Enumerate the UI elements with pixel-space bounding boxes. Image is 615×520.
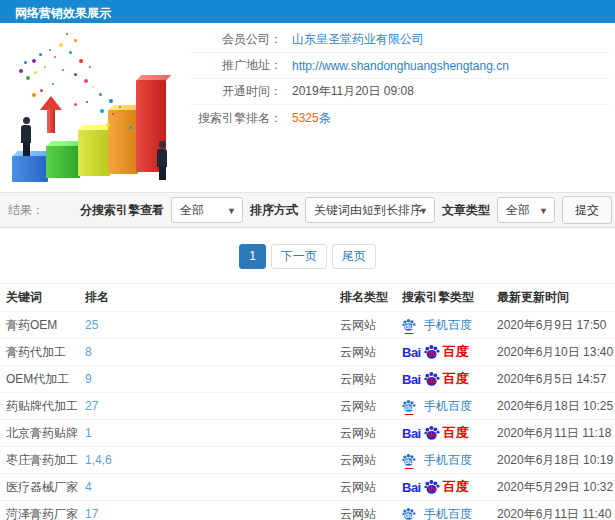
- page-button-current[interactable]: 1: [239, 244, 266, 269]
- mobile-baidu-label: 手机百度: [424, 452, 472, 469]
- engine-select[interactable]: 全部 ▼: [171, 197, 243, 223]
- info-link[interactable]: 山东皇圣堂药业有限公司: [292, 32, 424, 46]
- next-page-button[interactable]: 下一页: [271, 244, 327, 269]
- keyword-cell: 膏药代加工: [0, 344, 85, 361]
- rank-link[interactable]: 1,4,6: [85, 453, 112, 467]
- confetti-dot: [84, 79, 88, 83]
- table-header-row: 关键词排名排名类型搜索引擎类型最新更新时间: [0, 283, 615, 312]
- rank-link[interactable]: 27: [85, 399, 98, 413]
- rank-count: 5325: [292, 111, 319, 125]
- mobile-baidu-paw-icon: du: [402, 453, 416, 467]
- rank-link[interactable]: 8: [85, 345, 92, 359]
- column-header: 最新更新时间: [497, 289, 615, 306]
- du-text: du: [427, 484, 436, 491]
- du-text: du: [427, 349, 436, 356]
- engine-cell: du手机百度: [402, 506, 497, 520]
- submit-button[interactable]: 提交: [562, 196, 612, 224]
- baidu-paw-icon: du: [424, 425, 440, 441]
- engine-cell: Baidu百度: [402, 424, 497, 442]
- rank-cell: 25: [85, 318, 340, 332]
- rank-link[interactable]: 9: [85, 372, 92, 386]
- baidu-paw-icon: du: [424, 479, 440, 495]
- chevron-down-icon: ▼: [419, 198, 428, 224]
- confetti-dot: [119, 106, 121, 108]
- confetti-dot: [34, 71, 37, 74]
- keyword-cell: 药贴牌代加工: [0, 398, 85, 415]
- confetti-dot: [74, 39, 77, 42]
- marketing-effect-page: 网络营销效果展示 会员公司：山东皇圣堂药业有限公司推广地址：http://www…: [0, 0, 615, 520]
- du-text: du: [405, 457, 414, 464]
- chevron-down-icon: ▼: [539, 198, 548, 224]
- column-header: 排名: [85, 289, 340, 306]
- mobile-baidu-paw-icon: du: [402, 399, 416, 413]
- illustration-bar: [78, 130, 110, 176]
- du-text: du: [405, 511, 414, 518]
- baidu-logo-cn: 百度: [443, 343, 469, 361]
- confetti-dot: [69, 51, 72, 54]
- confetti-dot: [19, 69, 23, 73]
- filter-bar: 结果： 分搜索引擎查看 全部 ▼ 排序方式 关键词由短到长排序 ▼ 文章类型 全…: [0, 192, 615, 228]
- update-time-cell: 2020年6月9日 17:50: [497, 317, 615, 334]
- rank-type-cell: 云网站: [340, 452, 402, 469]
- pagination: 1 下一页 尾页: [0, 244, 615, 269]
- confetti-dot: [26, 76, 30, 80]
- sort-filter-label: 排序方式: [250, 202, 298, 219]
- info-link[interactable]: http://www.shandonghuangshengtang.cn: [292, 59, 509, 73]
- article-type-select[interactable]: 全部 ▼: [497, 197, 555, 223]
- confetti-dot: [99, 93, 102, 96]
- rank-type-cell: 云网站: [340, 317, 402, 334]
- table-row: 菏泽膏药厂家17云网站du手机百度2020年6月11日 11:40: [0, 501, 615, 520]
- rank-cell: 1,4,6: [85, 453, 340, 467]
- filter-controls: 分搜索引擎查看 全部 ▼ 排序方式 关键词由短到长排序 ▼ 文章类型 全部 ▼ …: [80, 196, 612, 224]
- table-row: 北京膏药贴牌1云网站Baidu百度2020年6月11日 11:18: [0, 420, 615, 447]
- confetti-dot: [52, 83, 54, 85]
- update-time-cell: 2020年6月5日 14:57: [497, 371, 615, 388]
- info-row: 推广地址：http://www.shandonghuangshengtang.c…: [190, 53, 610, 79]
- last-page-button[interactable]: 尾页: [332, 244, 376, 269]
- du-text: du: [405, 322, 414, 329]
- confetti-dot: [92, 86, 94, 88]
- baidu-logo-text: Bai: [402, 480, 421, 495]
- baidu-paw-icon: du: [424, 344, 440, 360]
- bar-chart-illustration: [4, 31, 186, 186]
- table-row: 膏药OEM25云网站du手机百度2020年6月9日 17:50: [0, 312, 615, 339]
- rank-link[interactable]: 25: [85, 318, 98, 332]
- baidu-logo: Baidu百度: [402, 478, 469, 496]
- du-text: du: [427, 376, 436, 383]
- red-underline: [405, 414, 414, 415]
- table-row: 膏药代加工8云网站Baidu百度2020年6月10日 13:40: [0, 339, 615, 366]
- baidu-logo-cn: 百度: [443, 478, 469, 496]
- confetti-dot: [59, 43, 63, 47]
- engine-cell: Baidu百度: [402, 343, 497, 361]
- rank-type-cell: 云网站: [340, 506, 402, 520]
- confetti-dot: [49, 49, 51, 51]
- info-value: 山东皇圣堂药业有限公司: [292, 31, 424, 48]
- confetti-dot: [32, 93, 36, 97]
- info-row: 搜索引擎排名：5325条: [190, 105, 610, 131]
- confetti-dot: [74, 73, 77, 76]
- table-row: OEM代加工9云网站Baidu百度2020年6月5日 14:57: [0, 366, 615, 393]
- keyword-cell: 枣庄膏药加工: [0, 452, 85, 469]
- keyword-cell: OEM代加工: [0, 371, 85, 388]
- rank-type-cell: 云网站: [340, 344, 402, 361]
- sort-select[interactable]: 关键词由短到长排序 ▼: [305, 197, 435, 223]
- baidu-logo: Baidu百度: [402, 424, 469, 442]
- rank-link[interactable]: 4: [85, 480, 92, 494]
- rank-link[interactable]: 1: [85, 426, 92, 440]
- update-time-cell: 2020年6月18日 10:25: [497, 398, 615, 415]
- info-label: 会员公司：: [190, 31, 282, 48]
- keyword-cell: 膏药OEM: [0, 317, 85, 334]
- rank-link[interactable]: 17: [85, 507, 98, 520]
- illustration-bar: [46, 146, 80, 178]
- info-label: 搜索引擎排名：: [190, 110, 282, 127]
- du-text: du: [427, 430, 436, 437]
- baidu-logo-cn: 百度: [443, 370, 469, 388]
- page-title: 网络营销效果展示: [15, 6, 111, 20]
- businessman-figure: [156, 141, 168, 180]
- businessman-figure: [20, 117, 32, 156]
- table-body: 膏药OEM25云网站du手机百度2020年6月9日 17:50膏药代加工8云网站…: [0, 312, 615, 520]
- column-header: 关键词: [0, 289, 85, 306]
- confetti-dot: [79, 59, 83, 63]
- baidu-logo: Baidu百度: [402, 343, 469, 361]
- keyword-cell: 菏泽膏药厂家: [0, 506, 85, 520]
